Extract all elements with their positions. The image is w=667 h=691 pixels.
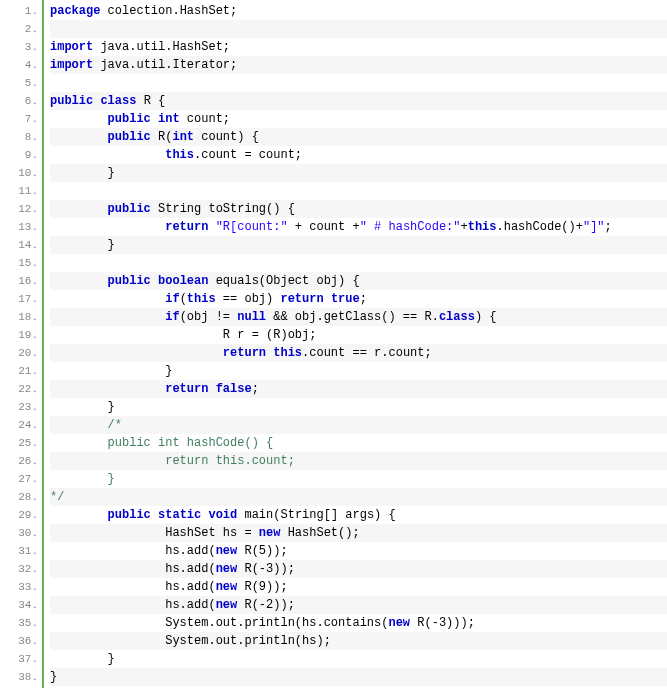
- token-plain: main(String[] args) {: [237, 508, 395, 522]
- token-kw: new: [216, 598, 238, 612]
- token-cmt: */: [50, 490, 64, 504]
- line-number: 11: [0, 182, 42, 200]
- code-line: public int count;: [50, 110, 667, 128]
- token-kw: static: [158, 508, 201, 522]
- code-line: return "R[count:" + count +" # hashCode:…: [50, 218, 667, 236]
- token-plain: }: [50, 364, 172, 378]
- token-plain: hs.add(: [50, 580, 216, 594]
- token-kw: if: [165, 310, 179, 324]
- code-line: System.out.println(hs.contains(new R(-3)…: [50, 614, 667, 632]
- token-plain: hs.add(: [50, 598, 216, 612]
- line-number: 7: [0, 110, 42, 128]
- code-line: [50, 74, 667, 92]
- token-plain: .count = count;: [194, 148, 302, 162]
- code-line: hs.add(new R(9));: [50, 578, 667, 596]
- code-viewer: 1234567891011121314151617181920212223242…: [0, 0, 667, 688]
- code-line: hs.add(new R(5));: [50, 542, 667, 560]
- token-plain: }: [50, 652, 115, 666]
- token-kw: return: [280, 292, 323, 306]
- token-kw: public: [108, 274, 151, 288]
- token-plain: R(-3)));: [410, 616, 475, 630]
- token-str: "R[count:": [216, 220, 288, 234]
- line-number: 16: [0, 272, 42, 290]
- code-line: }: [50, 164, 667, 182]
- code-line: public static void main(String[] args) {: [50, 506, 667, 524]
- code-line: public String toString() {: [50, 200, 667, 218]
- code-line: HashSet hs = new HashSet();: [50, 524, 667, 542]
- token-plain: [50, 382, 165, 396]
- line-number: 27: [0, 470, 42, 488]
- code-line: }: [50, 236, 667, 254]
- line-number: 36: [0, 632, 42, 650]
- code-line: [50, 182, 667, 200]
- token-kw: return: [165, 382, 208, 396]
- line-number: 24: [0, 416, 42, 434]
- token-kw: this: [187, 292, 216, 306]
- line-number: 13: [0, 218, 42, 236]
- token-plain: R(5));: [237, 544, 287, 558]
- token-kw: void: [208, 508, 237, 522]
- token-kw: return: [223, 346, 266, 360]
- token-plain: [50, 508, 108, 522]
- token-plain: [208, 382, 215, 396]
- line-number: 30: [0, 524, 42, 542]
- token-plain: ;: [360, 292, 367, 306]
- token-cmt: }: [50, 472, 115, 486]
- token-kw: return: [165, 220, 208, 234]
- token-plain: [50, 274, 108, 288]
- code-line: }: [50, 470, 667, 488]
- token-kw: true: [331, 292, 360, 306]
- token-kw: new: [388, 616, 410, 630]
- token-str: "]": [583, 220, 605, 234]
- token-plain: +: [461, 220, 468, 234]
- line-number: 28: [0, 488, 42, 506]
- code-line: if(this == obj) return true;: [50, 290, 667, 308]
- token-plain: HashSet();: [280, 526, 359, 540]
- line-number: 20: [0, 344, 42, 362]
- line-number: 32: [0, 560, 42, 578]
- token-plain: }: [50, 670, 57, 684]
- token-kw: boolean: [158, 274, 208, 288]
- token-plain: R(: [151, 130, 173, 144]
- code-line: }: [50, 650, 667, 668]
- line-number: 8: [0, 128, 42, 146]
- token-kw: public: [108, 130, 151, 144]
- token-plain: [50, 220, 165, 234]
- token-plain: [208, 220, 215, 234]
- code-line: System.out.println(hs);: [50, 632, 667, 650]
- token-plain: .count == r.count;: [302, 346, 432, 360]
- token-kw: false: [216, 382, 252, 396]
- token-plain: [151, 274, 158, 288]
- line-number: 21: [0, 362, 42, 380]
- token-plain: HashSet hs =: [50, 526, 259, 540]
- line-number: 15: [0, 254, 42, 272]
- line-number: 18: [0, 308, 42, 326]
- code-line: if(obj != null && obj.getClass() == R.cl…: [50, 308, 667, 326]
- line-number: 9: [0, 146, 42, 164]
- token-plain: [50, 202, 108, 216]
- token-plain: R r = (R)obj;: [50, 328, 316, 342]
- token-kw: package: [50, 4, 100, 18]
- token-kw: new: [216, 580, 238, 594]
- token-kw: new: [259, 526, 281, 540]
- code-line: }: [50, 668, 667, 686]
- token-kw: public: [50, 94, 93, 108]
- token-plain: }: [50, 238, 115, 252]
- token-kw: this: [468, 220, 497, 234]
- line-number: 4: [0, 56, 42, 74]
- token-plain: ;: [252, 382, 259, 396]
- code-line: public int hashCode() {: [50, 434, 667, 452]
- code-line: [50, 254, 667, 272]
- token-plain: count) {: [194, 130, 259, 144]
- code-line: import java.util.Iterator;: [50, 56, 667, 74]
- code-line: }: [50, 398, 667, 416]
- line-number: 29: [0, 506, 42, 524]
- token-cmt: /*: [108, 418, 122, 432]
- token-plain: && obj.getClass() == R.: [266, 310, 439, 324]
- line-number: 12: [0, 200, 42, 218]
- token-plain: equals(Object obj) {: [208, 274, 359, 288]
- code-line: return this.count;: [50, 452, 667, 470]
- line-number: 37: [0, 650, 42, 668]
- line-number: 19: [0, 326, 42, 344]
- token-plain: System.out.println(hs.contains(: [50, 616, 388, 630]
